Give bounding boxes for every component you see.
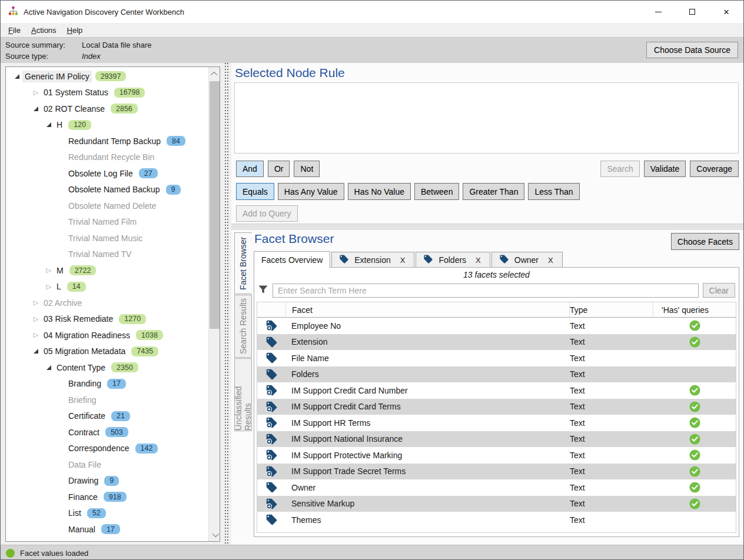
close-button[interactable]: × <box>709 1 743 23</box>
maximize-button[interactable] <box>675 1 709 23</box>
minimize-button[interactable] <box>641 1 675 23</box>
horizontal-splitter[interactable] <box>231 224 743 230</box>
choose-facets-button[interactable]: Choose Facets <box>671 233 739 250</box>
tree-item-trivial-named-tv[interactable]: Trivial Named TV <box>6 246 208 263</box>
choose-data-source-button[interactable]: Choose Data Source <box>646 42 738 58</box>
facet-tab-facets-overview[interactable]: Facets Overview <box>254 251 330 268</box>
facet-row-file-name[interactable]: File NameText <box>257 350 736 366</box>
rule-editor-box[interactable] <box>234 82 739 154</box>
tree-item-l[interactable]: ▷L14 <box>6 279 208 295</box>
tree-item-label: 04 Migration Readiness <box>41 329 132 341</box>
column-header-type[interactable]: Type <box>570 302 653 317</box>
side-tab-search-results[interactable]: Search Results <box>234 295 252 358</box>
facet-row-im-support-credit-card-terms[interactable]: IM Support Credit Card TermsText <box>257 399 736 415</box>
comparator-button-less-than[interactable]: Less Than <box>528 183 579 200</box>
facet-search-input[interactable] <box>273 284 699 298</box>
comparator-button-between[interactable]: Between <box>414 183 459 200</box>
tree-item-contract[interactable]: Contract503 <box>6 424 208 441</box>
operator-button-and[interactable]: And <box>236 161 264 177</box>
comparator-button-has-any-value[interactable]: Has Any Value <box>278 183 344 200</box>
menu-item-actions[interactable]: Actions <box>26 25 62 36</box>
menu-item-help[interactable]: Help <box>62 25 88 36</box>
tree-item-02-archive[interactable]: ▷02 Archive <box>6 295 208 311</box>
tree-item-drawing[interactable]: Drawing9 <box>6 473 208 489</box>
tree-item-h[interactable]: H120 <box>6 117 208 134</box>
tree-expander-collapsed-icon[interactable]: ▷ <box>31 89 41 96</box>
tree-item-04-migration-readiness[interactable]: ▷04 Migration Readiness1038 <box>6 327 208 344</box>
tab-close-icon[interactable]: X <box>546 256 555 265</box>
comparator-button-equals[interactable]: Equals <box>236 183 274 200</box>
tree-item-label: 02 ROT Cleanse <box>41 103 107 115</box>
operator-button-not[interactable]: Not <box>294 161 320 177</box>
facet-row-im-support-protective-marking[interactable]: IM Support Protective MarkingText <box>257 447 736 464</box>
tree-expander-collapsed-icon[interactable]: ▷ <box>31 299 41 306</box>
facet-row-sensitive-markup[interactable]: Sensitive MarkupText <box>257 496 736 512</box>
side-tab-facet-browser[interactable]: Facet Browser <box>234 232 252 294</box>
column-header-facet[interactable]: Facet <box>285 302 570 317</box>
tree-expander-collapsed-icon[interactable]: ▷ <box>44 284 54 290</box>
facet-row-owner[interactable]: OwnerText <box>257 479 736 496</box>
action-button-validate[interactable]: Validate <box>644 161 686 177</box>
tree-item-redundant-recycle-bin[interactable]: Redundant Recycle Bin <box>6 149 208 166</box>
scroll-down-icon[interactable] <box>209 529 220 540</box>
scrollbar-thumb[interactable] <box>210 81 220 329</box>
facet-tab-folders[interactable]: FoldersX <box>416 252 490 268</box>
tree-item-correspondence[interactable]: Correspondence142 <box>6 441 208 457</box>
operator-button-or[interactable]: Or <box>268 161 290 177</box>
tree-item-list[interactable]: List52 <box>6 505 208 522</box>
tree-item-obsolete-named-delete[interactable]: Obsolete Named Delete <box>6 198 208 214</box>
tree-expander-expanded-icon[interactable] <box>12 74 22 79</box>
menu-item-file[interactable]: File <box>3 25 26 36</box>
tree-item-02-rot-cleanse[interactable]: 02 ROT Cleanse2856 <box>6 101 208 117</box>
tree-expander-expanded-icon[interactable] <box>31 349 41 354</box>
tree-item-briefing[interactable]: Briefing <box>6 392 208 408</box>
comparator-button-has-no-value[interactable]: Has No Value <box>348 183 411 200</box>
tree-item-data-file[interactable]: Data File <box>6 456 208 473</box>
vertical-splitter[interactable] <box>223 63 230 545</box>
add-to-query-button[interactable]: Add to Query <box>236 205 298 222</box>
facet-row-im-support-hr-terms[interactable]: IM Support HR TermsText <box>257 415 736 431</box>
facet-tab-owner[interactable]: OwnerX <box>491 252 563 268</box>
tree-item-obsolete-log-file[interactable]: Obsolete Log File27 <box>6 165 208 182</box>
tree-item-finance[interactable]: Finance918 <box>6 489 208 505</box>
facet-tab-extension[interactable]: ExtensionX <box>331 252 414 268</box>
scroll-up-icon[interactable] <box>209 68 220 79</box>
tree-item-manual[interactable]: Manual17 <box>6 521 208 538</box>
clear-search-button[interactable]: Clear <box>703 283 735 298</box>
facet-row-extension[interactable]: ExtensionText <box>257 334 736 351</box>
action-button-coverage[interactable]: Coverage <box>690 161 739 177</box>
tree-item-obsolete-named-backup[interactable]: Obsolete Named Backup9 <box>6 182 208 198</box>
facet-row-employee-no[interactable]: Employee NoText <box>257 318 736 334</box>
tree-item-content-type[interactable]: Content Type2350 <box>6 359 208 376</box>
tree-item-m[interactable]: ▷M2722 <box>6 262 208 279</box>
tree-item-branding[interactable]: Branding17 <box>6 376 208 392</box>
tree-item-redundant-temp-backup[interactable]: Redundant Temp Backup84 <box>6 133 208 149</box>
tree-expander-expanded-icon[interactable] <box>44 365 54 370</box>
tag-plus-icon <box>257 498 285 510</box>
side-tab-unclassified-results[interactable]: Unclassified Results <box>234 358 252 431</box>
tree-item-generic-im-policy[interactable]: Generic IM Policy29397 <box>6 68 208 85</box>
facet-row-im-support-credit-card-number[interactable]: IM Support Credit Card NumberText <box>257 382 736 399</box>
column-header-has-queries[interactable]: 'Has' queries <box>653 305 736 315</box>
tree-item-05-migration-metadata[interactable]: 05 Migration Metadata7435 <box>6 344 208 360</box>
facet-row-folders[interactable]: FoldersText <box>257 366 736 383</box>
tree-expander-expanded-icon[interactable] <box>31 106 41 111</box>
tree-item-certificate[interactable]: Certificate21 <box>6 408 208 425</box>
tree-scrollbar[interactable] <box>208 67 220 541</box>
tree-item-trivial-named-music[interactable]: Trivial Named Music <box>6 230 208 246</box>
tree-expander-collapsed-icon[interactable]: ▷ <box>44 267 54 274</box>
tree-item-trivial-named-film[interactable]: Trivial Named Film <box>6 214 208 231</box>
tree-expander-collapsed-icon[interactable]: ▷ <box>31 332 41 338</box>
facet-row-themes[interactable]: ThemesText <box>257 512 736 528</box>
comparator-button-greater-than[interactable]: Greater Than <box>463 183 524 200</box>
facet-row-im-support-national-insurance[interactable]: IM Support National InsuranceText <box>257 431 736 448</box>
tab-close-icon[interactable]: X <box>474 256 483 265</box>
tree-expander-collapsed-icon[interactable]: ▷ <box>31 316 41 322</box>
tree-expander-expanded-icon[interactable] <box>44 122 54 127</box>
facet-row-im-support-trade-secret-terms[interactable]: IM Support Trade Secret TermsText <box>257 464 736 480</box>
action-button-search[interactable]: Search <box>600 161 639 177</box>
tab-close-icon[interactable]: X <box>398 256 407 265</box>
tree-item-label: 05 Migration Metadata <box>41 345 128 357</box>
tree-item-01-system-status[interactable]: ▷01 System Status16798 <box>6 85 208 101</box>
tree-item-03-risk-remediate[interactable]: ▷03 Risk Remediate1270 <box>6 311 208 328</box>
